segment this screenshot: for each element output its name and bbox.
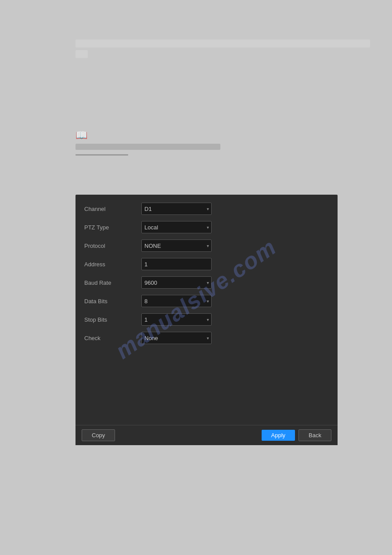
stop-bits-label: Stop Bits — [84, 316, 141, 323]
data-bits-row: Data Bits 5 6 7 8 — [84, 295, 329, 307]
address-row: Address 1 — [84, 258, 329, 270]
protocol-label: Protocol — [84, 243, 141, 249]
baud-rate-row: Baud Rate 1200 2400 4800 9600 19200 3840… — [84, 276, 329, 289]
baud-rate-label: Baud Rate — [84, 279, 141, 286]
bottom-bar: Copy Apply Back — [76, 425, 338, 445]
check-label: Check — [84, 335, 141, 341]
channel-row: Channel D1 D2 D3 D4 — [84, 203, 329, 215]
data-bits-label: Data Bits — [84, 298, 141, 305]
address-label: Address — [84, 261, 141, 268]
check-select-wrapper[interactable]: None Odd Even Mark Space — [141, 332, 212, 344]
stop-bits-select[interactable]: 1 2 — [141, 313, 212, 326]
book-icon: 📖 — [76, 130, 220, 141]
main-panel: Channel D1 D2 D3 D4 PTZ Type Local Remot… — [76, 195, 338, 445]
channel-label: Channel — [84, 206, 141, 212]
baud-rate-select[interactable]: 1200 2400 4800 9600 19200 38400 57600 11… — [141, 276, 212, 289]
book-bar — [76, 144, 220, 150]
address-input[interactable]: 1 — [141, 258, 212, 270]
ptz-type-select-wrapper[interactable]: Local Remote — [141, 221, 212, 233]
top-bar-small — [76, 50, 88, 58]
check-row: Check None Odd Even Mark Space — [84, 332, 329, 344]
stop-bits-select-wrapper[interactable]: 1 2 — [141, 313, 212, 326]
protocol-row: Protocol NONE PELCO-D PELCO-P — [84, 239, 329, 252]
channel-select-wrapper[interactable]: D1 D2 D3 D4 — [141, 203, 212, 215]
ptz-type-label: PTZ Type — [84, 224, 141, 231]
protocol-select[interactable]: NONE PELCO-D PELCO-P — [141, 239, 212, 252]
ptz-type-select[interactable]: Local Remote — [141, 221, 212, 233]
copy-button[interactable]: Copy — [82, 429, 115, 441]
top-bar — [76, 40, 370, 47]
stop-bits-row: Stop Bits 1 2 — [84, 313, 329, 326]
data-bits-select[interactable]: 5 6 7 8 — [141, 295, 212, 307]
channel-select[interactable]: D1 D2 D3 D4 — [141, 203, 212, 215]
book-line — [76, 154, 128, 156]
ptz-type-row: PTZ Type Local Remote — [84, 221, 329, 233]
protocol-select-wrapper[interactable]: NONE PELCO-D PELCO-P — [141, 239, 212, 252]
check-select[interactable]: None Odd Even Mark Space — [141, 332, 212, 344]
header-area: 📖 — [76, 130, 220, 156]
baud-rate-select-wrapper[interactable]: 1200 2400 4800 9600 19200 38400 57600 11… — [141, 276, 212, 289]
data-bits-select-wrapper[interactable]: 5 6 7 8 — [141, 295, 212, 307]
form-area: Channel D1 D2 D3 D4 PTZ Type Local Remot… — [76, 195, 338, 425]
apply-button[interactable]: Apply — [262, 430, 295, 441]
back-button[interactable]: Back — [298, 429, 331, 441]
